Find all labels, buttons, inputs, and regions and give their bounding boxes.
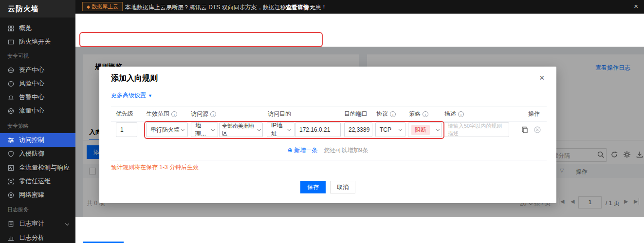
chevron-down-icon — [257, 127, 261, 131]
chevron-down-icon — [436, 127, 440, 131]
info-icon[interactable] — [390, 111, 396, 117]
sidebar-item-label: 零信任运维 — [19, 177, 51, 186]
sidebar-section-security-policy: 安全策略 — [0, 121, 75, 131]
col-source: 访问源 — [191, 110, 216, 118]
advanced-settings-label: 更多高级设置 — [111, 92, 146, 99]
sidebar-item-firewall-switch[interactable]: 防火墙开关 — [0, 35, 75, 49]
col-description: 描述 — [444, 110, 464, 118]
sidebar-item-label: 资产中心 — [19, 66, 44, 74]
priority-input[interactable]: 1 — [116, 122, 137, 137]
sidebar-item-ntdr[interactable]: 全流量检测与响应 — [0, 161, 75, 174]
info-icon[interactable] — [171, 111, 177, 117]
add-row-area: ⊕ 新增一条 您还可以增加9条 — [99, 146, 556, 155]
sidebar-item-label: 告警中心 — [19, 93, 44, 102]
dest-value-input[interactable]: 172.16.0.21 — [295, 122, 341, 137]
honeypot-icon — [7, 191, 15, 199]
chevron-down-icon — [287, 127, 291, 131]
sidebar: 云防火墙 概览 防火墙开关 安全可视 资产中心 风险中心 告警中心 流量中心 安… — [0, 0, 75, 243]
divider — [111, 160, 547, 160]
divider — [111, 106, 547, 106]
shield-icon — [7, 150, 15, 157]
add-one-more-link[interactable]: ⊕ 新增一条 — [288, 147, 317, 154]
close-icon[interactable]: × — [634, 2, 638, 10]
page-header — [75, 14, 644, 47]
sidebar-item-zero-trust[interactable]: 零信任运维 — [0, 174, 75, 188]
description-input[interactable]: 请输入50字以内的规则描述 — [443, 122, 509, 137]
sidebar-item-intrusion-defense[interactable]: 入侵防御 — [0, 147, 75, 160]
chevron-down-icon — [398, 127, 402, 131]
close-icon[interactable]: × — [539, 73, 545, 83]
delete-icon[interactable] — [534, 126, 541, 134]
sliders-icon — [7, 137, 15, 144]
description-placeholder: 请输入50字以内的规则描述 — [448, 122, 505, 137]
switch-icon — [7, 38, 15, 46]
protocol-select[interactable]: TCP — [375, 122, 405, 137]
sidebar-item-label: 风险中心 — [19, 79, 44, 88]
dest-type-select[interactable]: IP地址 — [267, 122, 294, 137]
traffic-icon — [7, 107, 15, 115]
sidebar-item-overview[interactable]: 概览 — [0, 21, 75, 35]
asset-icon — [7, 67, 15, 74]
promo-banner: ◆数据库上云 本地数据库上云易断层？腾讯云 DTS 双向同步方案，数据迁移安全有… — [75, 0, 644, 14]
cancel-button[interactable]: 取消 — [330, 181, 355, 193]
sidebar-item-label: 访问控制 — [19, 136, 44, 144]
col-operation: 操作 — [528, 110, 540, 118]
col-policy: 策略 — [409, 110, 428, 118]
add-row-hint: 您还可以增加9条 — [324, 147, 368, 154]
sidebar-section-log-service: 日志服务 — [0, 204, 75, 215]
dialog-footer: 保存 取消 — [99, 181, 556, 193]
add-one-more-label: 新增一条 — [294, 147, 317, 154]
col-destination: 访问目的 — [268, 110, 291, 118]
sidebar-item-label: 网络蜜罐 — [19, 191, 44, 199]
grid-icon — [7, 25, 15, 32]
scan-icon — [7, 178, 15, 185]
banner-detail-link[interactable]: 查看详情 › — [286, 3, 313, 12]
banner-badge-label: 数据库上云 — [92, 3, 118, 9]
sidebar-item-label: 防火墙开关 — [19, 37, 51, 46]
divider — [111, 121, 547, 122]
sidebar-item-label: 日志分析 — [19, 233, 44, 242]
sidebar-item-asset-center[interactable]: 资产中心 — [0, 63, 75, 77]
policy-select[interactable]: 阻断 — [408, 122, 442, 137]
sidebar-section-security-visibility: 安全可视 — [0, 51, 75, 61]
sidebar-item-access-control[interactable]: 访问控制 — [0, 133, 75, 147]
chevron-down-icon — [211, 127, 215, 131]
chevron-down-icon — [181, 127, 184, 131]
port-input[interactable]: 22,3389 — [344, 122, 372, 137]
pulse-box-icon — [7, 164, 15, 172]
sidebar-item-traffic-center[interactable]: 流量中心 — [0, 104, 75, 118]
scope-select[interactable]: 串行防火墙 — [146, 122, 188, 137]
source-value-select[interactable]: 全部南美洲地区 — [219, 122, 263, 137]
document-icon — [7, 220, 15, 227]
effect-time-note: 预计规则将在保存 1-3 分钟后生效 — [111, 163, 199, 172]
col-port: 目的端口 — [344, 110, 368, 118]
info-icon[interactable] — [458, 111, 464, 117]
product-logo: 云防火墙 — [0, 0, 75, 17]
source-type-select[interactable]: 地理... — [191, 122, 218, 137]
sidebar-item-log-audit[interactable]: 日志审计 — [0, 217, 75, 230]
sidebar-item-honeypot[interactable]: 网络蜜罐 — [0, 188, 75, 202]
sidebar-item-label: 流量中心 — [19, 106, 44, 115]
col-scope: 生效范围 — [146, 110, 177, 118]
col-priority: 优先级 — [116, 110, 133, 118]
copy-icon[interactable] — [521, 126, 529, 134]
chevron-down-icon — [65, 222, 69, 226]
bar-chart-icon — [7, 234, 15, 242]
info-icon[interactable] — [423, 111, 428, 117]
save-button[interactable]: 保存 — [300, 181, 326, 193]
flame-icon: ◆ — [87, 4, 90, 9]
bell-icon — [7, 94, 15, 101]
sidebar-item-label: 全流量检测与响应 — [19, 163, 70, 172]
sidebar-item-label: 日志审计 — [19, 219, 44, 228]
risk-icon — [7, 80, 15, 87]
sidebar-item-risk-center[interactable]: 风险中心 — [0, 77, 75, 90]
sidebar-item-alert-center[interactable]: 告警中心 — [0, 90, 75, 104]
dialog-title: 添加入向规则 — [111, 73, 158, 84]
info-icon[interactable] — [210, 111, 216, 117]
caret-down-icon: ▼ — [148, 93, 152, 98]
block-policy-badge: 阻断 — [411, 125, 430, 135]
sidebar-item-label: 入侵防御 — [19, 149, 44, 158]
sidebar-item-log-analysis[interactable]: 日志分析 — [0, 231, 75, 243]
col-protocol: 协议 — [376, 110, 396, 118]
advanced-settings-link[interactable]: 更多高级设置▼ — [111, 91, 152, 100]
